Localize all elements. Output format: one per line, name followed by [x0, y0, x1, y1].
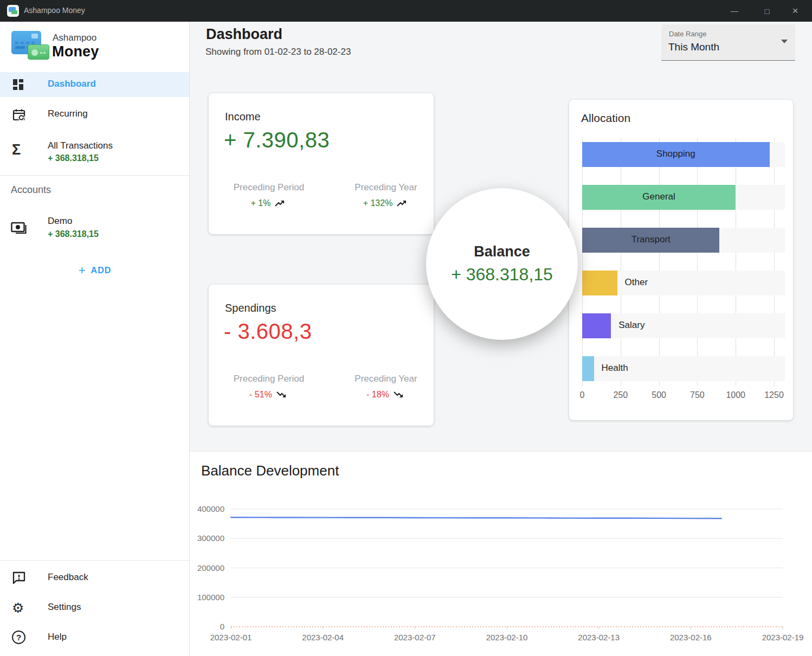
sidebar-item-recurring[interactable]: Recurring: [0, 102, 189, 127]
allocation-card: Allocation ShoppingGeneralTransportOther…: [569, 100, 793, 420]
allocation-bar-label: Transport: [582, 234, 719, 245]
sidebar-divider: [0, 175, 190, 176]
preceding-year-value: - 18%: [366, 390, 389, 400]
allocation-bar-label: Shopping: [582, 149, 770, 159]
trending-up-icon: [274, 199, 287, 208]
allocation-x-tick-label: 1250: [764, 390, 784, 400]
spendings-card: Spendings - 3.608,3 Preceding Period - 5…: [209, 285, 434, 426]
sidebar-item-all-transactions[interactable]: Σ All Transactions + 368.318,15: [0, 134, 189, 169]
banknote-icon: [11, 222, 27, 238]
page-subtitle: Showing from 01-02-23 to 28-02-23: [205, 47, 351, 57]
sidebar-item-dashboard[interactable]: Dashboard: [0, 72, 189, 97]
brand-name-top: Ashampoo: [53, 33, 96, 43]
sidebar-item-feedback[interactable]: Feedback: [0, 565, 189, 590]
allocation-x-tick-label: 750: [690, 390, 705, 400]
calendar-repeat-icon: [12, 108, 26, 122]
trending-down-icon: [275, 390, 288, 399]
main-content: Dashboard Showing from 01-02-23 to 28-02…: [190, 22, 812, 656]
feedback-bubble-icon: [12, 571, 26, 585]
allocation-chart: ShoppingGeneralTransportOtherSalaryHealt…: [582, 138, 785, 386]
allocation-bar-label: Salary: [618, 320, 645, 331]
preceding-year-label: Preceding Year: [340, 182, 432, 193]
allocation-gridline: [582, 138, 583, 386]
x-tick-label: 2023-02-01: [210, 633, 252, 642]
y-tick-label: 0: [220, 622, 224, 631]
add-account-button[interactable]: + ADD: [68, 262, 122, 279]
preceding-period-value: + 1%: [251, 198, 271, 208]
app-icon-card-green: [11, 10, 17, 14]
preceding-year-value: + 132%: [363, 198, 393, 208]
logo-card-green-icon: [28, 44, 49, 60]
sidebar-item-settings[interactable]: ⚙ Settings: [0, 595, 189, 620]
spendings-title: Spendings: [225, 302, 276, 314]
preceding-year-label: Preceding Year: [340, 374, 432, 384]
sidebar-item-help[interactable]: ? Help: [0, 625, 189, 650]
x-tick-label: 2023-02-16: [670, 633, 712, 642]
plus-icon: +: [79, 265, 86, 276]
minimize-icon[interactable]: —: [722, 0, 747, 22]
balance-title: Balance: [474, 243, 530, 260]
allocation-row: Shopping: [582, 142, 785, 167]
accounts-section-header: Accounts: [11, 184, 51, 196]
allocation-gridline: [659, 138, 660, 386]
sidebar-divider: [0, 560, 190, 561]
page-title: Dashboard: [206, 26, 282, 43]
account-name: Demo: [48, 216, 72, 227]
sidebar-item-label: Dashboard: [48, 79, 96, 89]
allocation-x-tick-label: 1000: [726, 390, 745, 400]
allocation-row: Health: [582, 356, 785, 381]
close-icon[interactable]: ×: [783, 0, 808, 22]
x-tick-label: 2023-02-13: [578, 633, 620, 642]
balance-line: [231, 517, 721, 518]
gear-icon: ⚙: [12, 601, 26, 615]
x-tick-label: 2023-02-04: [302, 633, 344, 642]
x-tick-label: 2023-02-10: [486, 633, 528, 642]
help-icon: ?: [12, 631, 26, 645]
balance-development-chart: 01000002000003000004000002023-02-012023-…: [190, 452, 812, 656]
allocation-gridline: [621, 138, 621, 386]
allocation-row: Other: [582, 271, 785, 295]
income-card: Income + 7.390,83 Preceding Period + 1% …: [209, 93, 434, 234]
spendings-amount: - 3.608,3: [224, 319, 312, 344]
trending-down-icon: [392, 390, 405, 399]
account-item-demo[interactable]: Demo + 368.318,15: [0, 214, 189, 248]
preceding-period-label: Preceding Period: [223, 182, 315, 193]
dashboard-grid-icon: [12, 78, 26, 92]
sidebar-item-label: All Transactions: [48, 140, 113, 151]
sidebar-item-label: Recurring: [48, 108, 88, 119]
maximize-icon[interactable]: □: [755, 0, 779, 22]
date-range-value: This Month: [668, 41, 719, 53]
y-tick-label: 100000: [197, 593, 224, 602]
allocation-bar: [582, 271, 617, 295]
caret-down-icon: [781, 40, 788, 43]
allocation-bar-label: Other: [625, 277, 648, 288]
title-bar: Ashampoo Money — □ ×: [0, 0, 812, 22]
allocation-row: Transport: [582, 228, 785, 253]
allocation-bar: [582, 356, 594, 381]
brand-logo: Ashampoo Money: [0, 28, 189, 72]
allocation-gridline: [697, 138, 698, 386]
allocation-x-tick-label: 500: [652, 390, 666, 400]
x-tick-label: 2023-02-19: [762, 633, 804, 642]
allocation-gridline: [736, 138, 736, 386]
preceding-period-value: - 51%: [249, 390, 272, 400]
app-icon: [7, 5, 19, 17]
allocation-bar-label: Health: [602, 363, 628, 374]
balance-badge: Balance + 368.318,15: [426, 188, 578, 340]
income-title: Income: [225, 111, 261, 123]
y-tick-label: 300000: [197, 533, 224, 543]
allocation-bar: [582, 313, 611, 338]
income-amount: + 7.390,83: [224, 128, 330, 152]
allocation-row: Salary: [582, 313, 785, 338]
allocation-x-axis: 025050075010001250: [582, 390, 785, 401]
allocation-row: General: [582, 185, 785, 210]
account-amount: + 368.318,15: [48, 229, 99, 239]
sigma-icon: Σ: [12, 143, 26, 157]
balance-amount: + 368.318,15: [451, 265, 553, 285]
y-tick-label: 200000: [197, 563, 224, 573]
y-tick-label: 400000: [197, 504, 224, 513]
preceding-period-label: Preceding Period: [223, 374, 315, 384]
window-title: Ashampoo Money: [24, 6, 85, 15]
date-range-label: Date Range: [669, 30, 706, 38]
date-range-select[interactable]: Date Range This Month: [661, 24, 795, 61]
